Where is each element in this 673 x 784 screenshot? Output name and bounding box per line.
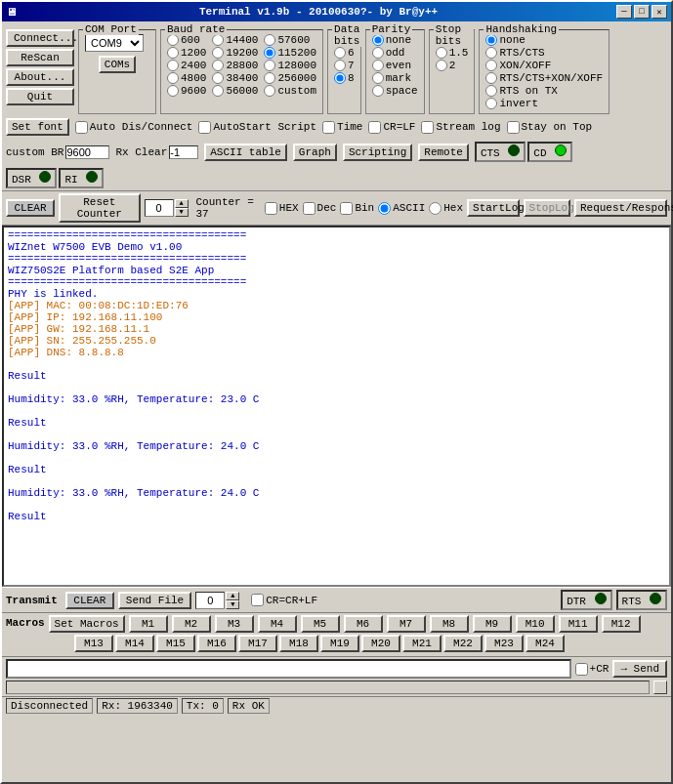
coms-button[interactable]: COMs [99, 56, 136, 73]
scripting-button[interactable]: Scripting [343, 144, 412, 161]
counter-input[interactable] [145, 199, 174, 217]
macro-m3[interactable]: M3 [215, 615, 254, 633]
receive-clear-button[interactable]: CLEAR [6, 199, 55, 217]
macro-m13[interactable]: M13 [74, 635, 113, 652]
macro-m6[interactable]: M6 [344, 615, 383, 633]
macro-m9[interactable]: M9 [473, 615, 512, 633]
macro-m21[interactable]: M21 [402, 635, 442, 652]
parity-space[interactable]: space [372, 85, 418, 97]
macro-m4[interactable]: M4 [258, 615, 297, 633]
auto-dis-connect-check[interactable]: Auto Dis/Connect [75, 121, 193, 134]
counter-up[interactable]: ▲ [175, 199, 189, 208]
start-log-button[interactable]: StartLog [467, 199, 520, 217]
remote-button[interactable]: Remote [418, 144, 469, 161]
baud-38400[interactable]: 38400 [212, 72, 258, 84]
cr-lf-check[interactable]: CR=LF [368, 121, 415, 134]
data-8[interactable]: 8 [334, 72, 355, 84]
baud-4800[interactable]: 4800 [167, 72, 206, 84]
data-6[interactable]: 6 [334, 47, 355, 59]
bin-check[interactable]: Bin [340, 202, 374, 215]
macro-m20[interactable]: M20 [361, 635, 400, 652]
parity-none[interactable]: none [372, 34, 418, 46]
baud-9600[interactable]: 9600 [167, 85, 206, 97]
macro-m17[interactable]: M17 [238, 635, 277, 652]
rescan-button[interactable]: ReScan [6, 49, 74, 66]
macro-m22[interactable]: M22 [443, 635, 483, 652]
transmit-count-input[interactable] [195, 592, 225, 609]
baud-57600[interactable]: 57600 [264, 34, 316, 46]
stop-2[interactable]: 2 [436, 60, 469, 71]
macro-m12[interactable]: M12 [602, 615, 641, 633]
time-check[interactable]: Time [322, 121, 362, 134]
hs-rts-cts[interactable]: RTS/CTS [485, 47, 603, 59]
baud-14400[interactable]: 14400 [212, 34, 258, 46]
send-file-button[interactable]: Send File [118, 592, 191, 609]
autostart-script-check[interactable]: AutoStart Script [198, 121, 316, 134]
parity-mark[interactable]: mark [372, 72, 418, 84]
hs-invert[interactable]: invert [485, 98, 603, 109]
baud-1200[interactable]: 1200 [167, 47, 206, 59]
macro-m8[interactable]: M8 [430, 615, 469, 633]
hs-rts-tx[interactable]: RTS on TX [485, 85, 603, 97]
macro-m24[interactable]: M24 [526, 635, 565, 652]
parity-odd[interactable]: odd [372, 47, 418, 59]
cr-cr-lf-check[interactable]: CR=CR+LF [251, 594, 317, 606]
baud-2400[interactable]: 2400 [167, 60, 206, 71]
macro-m11[interactable]: M11 [559, 615, 598, 633]
ascii-table-button[interactable]: ASCII table [204, 144, 287, 161]
transmit-down[interactable]: ▼ [226, 600, 239, 609]
send-button[interactable]: → Send [612, 660, 667, 678]
macro-m5[interactable]: M5 [301, 615, 340, 633]
macro-m7[interactable]: M7 [387, 615, 426, 633]
set-macros-button[interactable]: Set Macros [49, 615, 125, 633]
reset-counter-button[interactable]: Reset Counter [59, 193, 141, 223]
cr-check[interactable]: +CR [575, 663, 610, 676]
hs-rts-cts-xon-xoff[interactable]: RTS/CTS+XON/XOFF [485, 72, 603, 84]
hs-none[interactable]: none [485, 34, 603, 46]
rx-clear-input[interactable] [169, 145, 198, 159]
graph-button[interactable]: Graph [293, 144, 337, 161]
baud-600[interactable]: 600 [167, 34, 206, 46]
baud-custom[interactable]: custom [264, 85, 316, 97]
baud-128000[interactable]: 128000 [264, 60, 316, 71]
macro-m2[interactable]: M2 [172, 615, 211, 633]
ascii-check[interactable]: ASCII [378, 202, 425, 215]
maximize-button[interactable]: □ [634, 5, 650, 19]
macro-m16[interactable]: M16 [197, 635, 236, 652]
stop-1-5[interactable]: 1.5 [436, 47, 469, 59]
baud-56000[interactable]: 56000 [212, 85, 258, 97]
com-port-select[interactable]: COM9 [85, 34, 144, 52]
minimize-button[interactable]: ─ [616, 5, 632, 19]
connect-button[interactable]: Connect... [6, 29, 74, 47]
baud-19200[interactable]: 19200 [212, 47, 258, 59]
macro-m10[interactable]: M10 [516, 615, 555, 633]
macro-m15[interactable]: M15 [156, 635, 195, 652]
macro-m23[interactable]: M23 [484, 635, 524, 652]
stop-log-button[interactable]: StopLog [524, 199, 570, 217]
custom-br-input[interactable] [65, 145, 109, 159]
quit-button[interactable]: Quit [6, 88, 74, 105]
stream-log-check[interactable]: Stream log [421, 121, 500, 134]
close-button[interactable]: ✕ [652, 5, 667, 19]
counter-down[interactable]: ▼ [175, 208, 189, 217]
hex-check[interactable]: HEX [265, 202, 299, 215]
macro-m14[interactable]: M14 [115, 635, 154, 652]
baud-256000[interactable]: 256000 [264, 72, 316, 84]
send-input[interactable] [6, 659, 571, 679]
hex2-check[interactable]: Hex [429, 202, 463, 215]
baud-28800[interactable]: 28800 [212, 60, 258, 71]
baud-115200[interactable]: 115200 [264, 47, 316, 59]
request-response-button[interactable]: Request/Response [574, 199, 667, 217]
stay-on-top-check[interactable]: Stay on Top [507, 121, 593, 134]
data-7[interactable]: 7 [334, 60, 355, 71]
macro-m18[interactable]: M18 [279, 635, 318, 652]
macro-m1[interactable]: M1 [129, 615, 168, 633]
set-font-button[interactable]: Set font [6, 118, 69, 136]
dec-check[interactable]: Dec [303, 202, 337, 215]
macro-m19[interactable]: M19 [320, 635, 359, 652]
about-button[interactable]: About... [6, 68, 74, 86]
horiz-scrollbar[interactable] [6, 681, 650, 694]
hs-xon-xoff[interactable]: XON/XOFF [485, 60, 603, 71]
parity-even[interactable]: even [372, 60, 418, 71]
transmit-clear-button[interactable]: CLEAR [65, 592, 114, 609]
